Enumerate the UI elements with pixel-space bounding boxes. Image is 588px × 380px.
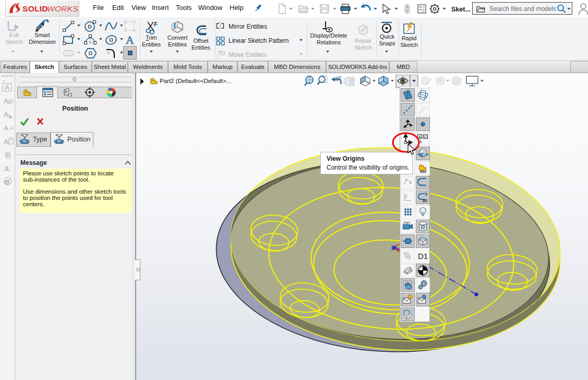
svg-text:WORKS: WORKS xyxy=(47,4,78,13)
svg-text:C: C xyxy=(424,135,427,139)
svg-text:3D: 3D xyxy=(423,198,428,203)
svg-text:A: A xyxy=(4,138,9,146)
svg-text:A: A xyxy=(4,124,9,132)
svg-text:SOLID: SOLID xyxy=(22,4,48,13)
svg-text:A: A xyxy=(5,84,10,91)
svg-text:A: A xyxy=(4,97,9,105)
svg-text:A: A xyxy=(4,165,9,173)
svg-text:⎘: ⎘ xyxy=(5,151,11,159)
svg-text:A: A xyxy=(126,34,134,46)
svg-text:A: A xyxy=(4,111,9,118)
svg-text:Sket...: Sket... xyxy=(451,6,471,13)
svg-text:Abc: Abc xyxy=(420,170,427,173)
